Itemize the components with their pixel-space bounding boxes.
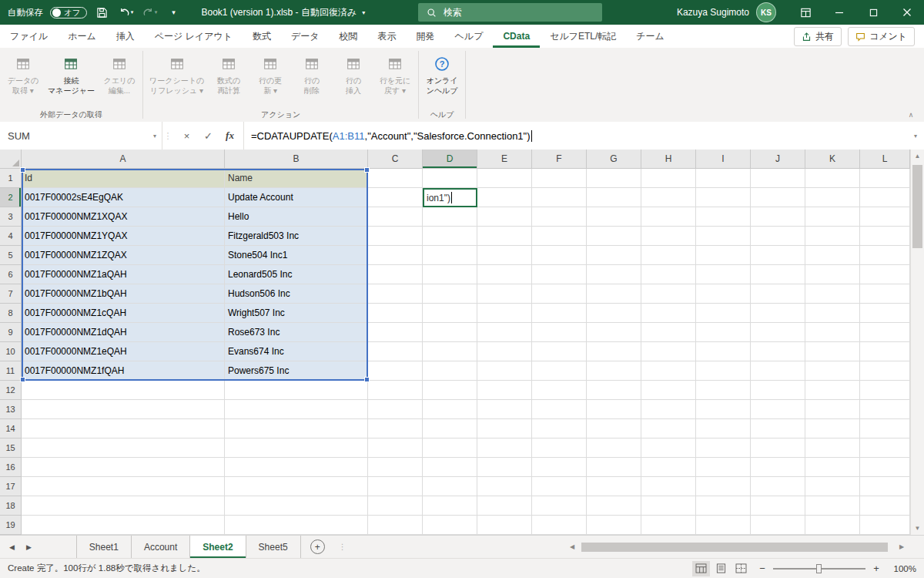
cell-B11[interactable]: Powers675 Inc <box>225 361 368 381</box>
cell-L11[interactable] <box>860 361 910 381</box>
cell-L19[interactable] <box>860 516 910 535</box>
cell-L1[interactable] <box>860 169 910 188</box>
cell-C17[interactable] <box>368 477 423 496</box>
cell-J13[interactable] <box>751 400 805 419</box>
cell-E7[interactable] <box>477 284 532 304</box>
row-header-18[interactable]: 18 <box>0 496 22 516</box>
sheet-tab-sheet1[interactable]: Sheet1 <box>76 536 132 558</box>
row-header-4[interactable]: 4 <box>0 227 22 246</box>
zoom-slider-thumb[interactable] <box>816 564 822 573</box>
cell-B1[interactable]: Name <box>225 169 368 188</box>
cell-H14[interactable] <box>641 419 696 439</box>
cell-C4[interactable] <box>368 227 423 246</box>
cell-D19[interactable] <box>423 516 477 535</box>
cell-C8[interactable] <box>368 304 423 323</box>
get-data-button[interactable]: データの取得 ▾ <box>2 49 44 96</box>
cell-H11[interactable] <box>641 361 696 381</box>
cell-C16[interactable] <box>368 458 423 477</box>
tab-home[interactable]: ホーム <box>58 25 106 48</box>
horizontal-scroll-track[interactable] <box>580 542 894 553</box>
sheet-tab-sheet2[interactable]: Sheet2 <box>190 536 246 558</box>
cell-L7[interactable] <box>860 284 910 304</box>
cell-J19[interactable] <box>751 516 805 535</box>
cell-C15[interactable] <box>368 439 423 458</box>
cell-B15[interactable] <box>225 439 368 458</box>
cell-A14[interactable] <box>22 419 225 439</box>
cell-H5[interactable] <box>641 246 696 265</box>
cell-H15[interactable] <box>641 439 696 458</box>
normal-view-button[interactable] <box>692 561 710 576</box>
row-header-7[interactable]: 7 <box>0 284 22 304</box>
row-header-16[interactable]: 16 <box>0 458 22 477</box>
user-name[interactable]: Kazuya Sugimoto <box>677 7 749 18</box>
cell-E18[interactable] <box>477 496 532 516</box>
cell-A13[interactable] <box>22 400 225 419</box>
cell-J17[interactable] <box>751 477 805 496</box>
tab-page-layout[interactable]: ページ レイアウト <box>145 25 243 48</box>
cell-K4[interactable] <box>805 227 860 246</box>
cell-A2[interactable]: 0017F00002sE4EgQAK <box>22 188 225 207</box>
cell-J14[interactable] <box>751 419 805 439</box>
cell-L18[interactable] <box>860 496 910 516</box>
cell-G16[interactable] <box>587 458 641 477</box>
cell-B14[interactable] <box>225 419 368 439</box>
cell-C18[interactable] <box>368 496 423 516</box>
cell-J11[interactable] <box>751 361 805 381</box>
autosave-toggle[interactable]: オフ <box>50 7 87 18</box>
minimize-button[interactable] <box>822 0 856 25</box>
cell-I12[interactable] <box>696 381 751 400</box>
cell-L13[interactable] <box>860 400 910 419</box>
tab-team[interactable]: チーム <box>626 25 675 48</box>
customize-quick-access-button[interactable]: ▾ <box>166 3 182 22</box>
cell-G12[interactable] <box>587 381 641 400</box>
cell-J10[interactable] <box>751 342 805 361</box>
cell-D1[interactable] <box>423 169 477 188</box>
cell-L14[interactable] <box>860 419 910 439</box>
avatar[interactable]: KS <box>756 2 776 22</box>
scroll-left-button[interactable]: ◀ <box>567 543 578 550</box>
cell-H18[interactable] <box>641 496 696 516</box>
row-header-14[interactable]: 14 <box>0 419 22 439</box>
page-break-view-button[interactable] <box>732 561 750 576</box>
cell-H12[interactable] <box>641 381 696 400</box>
cell-H7[interactable] <box>641 284 696 304</box>
cell-D14[interactable] <box>423 419 477 439</box>
cell-A12[interactable] <box>22 381 225 400</box>
cell-B7[interactable]: Hudson506 Inc <box>225 284 368 304</box>
recalculate-formulas-button[interactable]: 数式の再計算 <box>208 49 249 96</box>
cell-D5[interactable] <box>423 246 477 265</box>
cell-K3[interactable] <box>805 207 860 227</box>
cell-A6[interactable]: 0017F00000NMZ1aQAH <box>22 265 225 284</box>
refresh-worksheet-button[interactable]: ワークシートのリフレッシュ ▾ <box>146 49 208 96</box>
save-button[interactable] <box>94 3 111 22</box>
cell-G4[interactable] <box>587 227 641 246</box>
select-all-corner[interactable] <box>0 150 22 169</box>
cell-L16[interactable] <box>860 458 910 477</box>
row-header-19[interactable]: 19 <box>0 516 22 535</box>
horizontal-scrollbar[interactable]: ◀ ▶ <box>567 536 924 558</box>
cell-J12[interactable] <box>751 381 805 400</box>
cell-L5[interactable] <box>860 246 910 265</box>
cell-G3[interactable] <box>587 207 641 227</box>
cell-G2[interactable] <box>587 188 641 207</box>
online-help-button[interactable]: ?オンラインヘルプ <box>421 49 463 96</box>
cell-L3[interactable] <box>860 207 910 227</box>
cell-G7[interactable] <box>587 284 641 304</box>
cell-A11[interactable]: 0017F00000NMZ1fQAH <box>22 361 225 381</box>
row-header-2[interactable]: 2 <box>0 188 22 207</box>
sheet-tab-account[interactable]: Account <box>132 536 190 558</box>
cell-I3[interactable] <box>696 207 751 227</box>
cell-A9[interactable]: 0017F00000NMZ1dQAH <box>22 323 225 342</box>
cell-H8[interactable] <box>641 304 696 323</box>
cell-C14[interactable] <box>368 419 423 439</box>
cell-B6[interactable]: Leonard505 Inc <box>225 265 368 284</box>
cell-B19[interactable] <box>225 516 368 535</box>
vertical-scroll-thumb[interactable] <box>912 165 922 248</box>
cell-G5[interactable] <box>587 246 641 265</box>
cell-F4[interactable] <box>532 227 587 246</box>
tab-view[interactable]: 表示 <box>368 25 407 48</box>
cell-K9[interactable] <box>805 323 860 342</box>
cell-A19[interactable] <box>22 516 225 535</box>
new-sheet-button[interactable]: + <box>310 536 325 558</box>
cell-F6[interactable] <box>532 265 587 284</box>
